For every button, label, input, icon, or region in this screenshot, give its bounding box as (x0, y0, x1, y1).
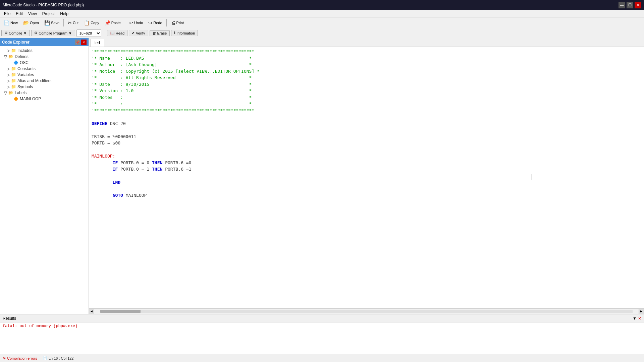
tree-label-constants: Constants (17, 66, 36, 71)
scroll-right-button[interactable]: ► (639, 309, 644, 314)
code-block: '***************************************… (92, 48, 641, 199)
new-button[interactable]: 📄 New (1, 19, 20, 27)
toolbar-separator-3 (166, 19, 167, 26)
compile-button[interactable]: ⚙ Compile ▼ (1, 30, 30, 36)
sidebar-pin-button[interactable]: 📌 (75, 40, 80, 45)
print-button[interactable]: 🖨 Print (168, 19, 186, 27)
tree-item-variables[interactable]: ▷ 📁 Variables (0, 72, 89, 78)
menu-project[interactable]: Project (40, 11, 57, 17)
compile-program-dropdown-icon: ▼ (68, 31, 72, 35)
horizontal-scrollbar[interactable]: ◄ ► (89, 308, 644, 314)
sidebar-close-button[interactable]: ✕ (81, 40, 87, 45)
results-controls: ▼ ✕ (633, 316, 641, 321)
paste-button[interactable]: 📌 Paste (102, 19, 123, 27)
erase-label: Erase (157, 31, 167, 35)
read-label: Read (116, 31, 124, 35)
verify-label: Verify (136, 31, 145, 35)
close-button[interactable]: ✕ (635, 2, 641, 8)
editor-content[interactable]: '***************************************… (89, 47, 644, 308)
tree-item-labels[interactable]: ▽ 📂 Labels (0, 90, 89, 96)
expand-icon-variables: ▷ (7, 72, 10, 77)
results-close-button[interactable]: ✕ (638, 316, 641, 321)
tree-item-mainloop[interactable]: 🔶 MAINLOOP (0, 96, 89, 102)
cut-icon: ✂ (68, 20, 72, 25)
redo-button[interactable]: ↪ Redo (146, 19, 164, 27)
save-label: Save (51, 21, 59, 25)
menu-help[interactable]: Help (57, 11, 71, 17)
open-icon: 📂 (23, 20, 29, 25)
compile-dropdown-icon: ▼ (23, 31, 27, 35)
results-header: Results ▼ ✕ (0, 314, 644, 322)
copy-icon: 📋 (84, 20, 90, 25)
paste-icon: 📌 (105, 20, 110, 25)
folder-icon: 📁 (11, 48, 16, 53)
compile-program-icon: ⚙ (34, 31, 38, 35)
verify-icon: ✔ (132, 31, 135, 35)
window-title: MicroCode Studio - PICBASIC PRO (led.pbp… (3, 3, 84, 7)
editor-tabs: led (89, 38, 644, 47)
folder-icon-constants: 📁 (11, 66, 16, 71)
scroll-left-button[interactable]: ◄ (89, 309, 94, 314)
folder-icon-variables: 📁 (11, 72, 16, 77)
open-button[interactable]: 📂 Open (21, 19, 41, 27)
cut-button[interactable]: ✂ Cut (65, 19, 81, 27)
tree-item-alias[interactable]: ▷ 📁 Alias and Modifiers (0, 78, 89, 84)
compile-program-button[interactable]: ⚙ Compile Program ▼ (31, 30, 75, 36)
undo-label: Undo (134, 21, 143, 25)
compile-icon: ⚙ (4, 31, 8, 35)
tree-item-constants[interactable]: ▷ 📁 Constants (0, 66, 89, 72)
main-content: Code Explorer 📌 ✕ ▷ 📁 Includes ▽ 📂 Defin… (0, 38, 644, 314)
print-label: Print (176, 21, 184, 25)
tree-label-mainloop: MAINLOOP (20, 97, 41, 101)
cut-label: Cut (73, 21, 78, 25)
maximize-button[interactable]: ❐ (627, 2, 633, 8)
status-bar: ⊗ Compilation errors 📄 Ln 16 : Col 122 (0, 354, 644, 362)
expand-icon-defines: ▽ (4, 54, 7, 59)
undo-button[interactable]: ↩ Undo (127, 19, 145, 27)
expand-icon-labels: ▽ (4, 90, 7, 95)
tree-item-defines[interactable]: ▽ 📂 Defines (0, 54, 89, 60)
redo-label: Redo (153, 21, 162, 25)
minimize-button[interactable]: — (619, 2, 625, 8)
verify-button[interactable]: ✔ Verify (129, 30, 148, 36)
copy-label: Copy (91, 21, 99, 25)
save-icon: 💾 (44, 20, 50, 25)
window-controls: — ❐ ✕ (619, 2, 641, 8)
results-dropdown-icon[interactable]: ▼ (633, 316, 637, 321)
editor-tab-led[interactable]: led (90, 39, 104, 47)
menu-edit[interactable]: Edit (13, 11, 25, 17)
file-icon: 📄 (43, 356, 47, 360)
scroll-thumb[interactable] (100, 310, 141, 313)
save-button[interactable]: 💾 Save (42, 19, 62, 27)
text-cursor (532, 174, 532, 180)
expand-icon-constants: ▷ (7, 66, 10, 71)
folder-icon-symbols: 📁 (11, 84, 16, 89)
menu-file[interactable]: File (1, 11, 13, 17)
erase-icon: 🗑 (153, 31, 156, 35)
new-icon: 📄 (4, 20, 9, 25)
item-icon-mainloop: 🔶 (13, 97, 18, 101)
print-icon: 🖨 (171, 20, 175, 25)
item-icon-osc: 🔷 (13, 60, 18, 65)
expand-icon-alias: ▷ (7, 78, 10, 83)
menu-view[interactable]: View (25, 11, 40, 17)
expand-icon-symbols: ▷ (7, 84, 10, 89)
tree-label-includes: Includes (17, 48, 33, 53)
chip-select[interactable]: 16F628 16F877 16F84A 18F452 18F4550 (77, 31, 101, 36)
chip-selector[interactable]: 16F628 16F877 16F84A 18F452 18F4550 (76, 29, 101, 37)
paste-label: Paste (111, 21, 121, 25)
tree-label-symbols: Symbols (17, 84, 33, 89)
copy-button[interactable]: 📋 Copy (82, 19, 102, 27)
menu-bar: File Edit View Project Help (0, 10, 644, 17)
compile-bar: ⚙ Compile ▼ ⚙ Compile Program ▼ 16F628 1… (0, 28, 644, 38)
read-button[interactable]: 📖 Read (107, 30, 127, 36)
erase-button[interactable]: 🗑 Erase (150, 30, 170, 36)
tree-item-symbols[interactable]: ▷ 📁 Symbols (0, 84, 89, 90)
tree-item-osc[interactable]: 🔷 OSC (0, 60, 89, 66)
information-icon: ℹ (174, 31, 175, 35)
redo-icon: ↪ (148, 20, 152, 25)
code-explorer-sidebar: Code Explorer 📌 ✕ ▷ 📁 Includes ▽ 📂 Defin… (0, 38, 89, 314)
tree-item-includes[interactable]: ▷ 📁 Includes (0, 48, 89, 54)
tree-label-osc: OSC (20, 60, 29, 65)
information-button[interactable]: ℹ Information (171, 30, 198, 36)
